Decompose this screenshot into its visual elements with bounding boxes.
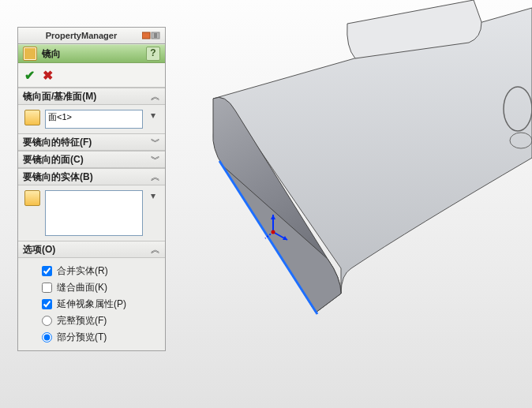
collapse-icon: ︽ bbox=[151, 90, 160, 103]
collapse-icon: ︾ bbox=[151, 136, 160, 149]
body-selector-icon bbox=[24, 190, 40, 206]
propagate-visual-checkbox[interactable] bbox=[42, 299, 52, 309]
panel-title-bar: PropertyManager bbox=[18, 28, 165, 44]
section-mirror-plane: 镜向面/基准面(M) ︽ 面<1> ▾ bbox=[18, 88, 165, 133]
merge-solids-label[interactable]: 合并实体(R) bbox=[57, 264, 108, 278]
section-bodies: 要镜向的实体(B) ︽ ▾ bbox=[18, 168, 165, 241]
section-title: 选项(O) bbox=[23, 243, 151, 256]
svg-rect-9 bbox=[142, 32, 150, 39]
partial-preview-radio[interactable] bbox=[42, 332, 52, 342]
mirror-plane-selection-box[interactable]: 面<1> bbox=[45, 110, 143, 129]
expand-selection-icon[interactable]: ▾ bbox=[151, 190, 159, 201]
section-features: 要镜向的特征(F) ︾ bbox=[18, 133, 165, 151]
section-options: 选项(O) ︽ 合并实体(R) 缝合曲面(K) 延伸视象属性(P) bbox=[18, 241, 165, 350]
section-header-faces[interactable]: 要镜向的面(C) ︾ bbox=[18, 152, 165, 168]
section-faces: 要镜向的面(C) ︾ bbox=[18, 151, 165, 168]
full-preview-label[interactable]: 完整预览(F) bbox=[57, 314, 107, 328]
pin-panel-button[interactable] bbox=[141, 30, 162, 41]
face-selector-icon bbox=[24, 110, 40, 125]
selection-item[interactable]: 面<1> bbox=[48, 112, 72, 122]
section-title: 镜向面/基准面(M) bbox=[23, 90, 151, 103]
knit-surfaces-label[interactable]: 缝合曲面(K) bbox=[57, 281, 107, 294]
section-title: 要镜向的面(C) bbox=[23, 153, 151, 167]
help-button[interactable]: ? bbox=[146, 47, 160, 61]
svg-point-8 bbox=[272, 230, 275, 234]
section-header-features[interactable]: 要镜向的特征(F) ︾ bbox=[18, 134, 165, 151]
expand-selection-icon[interactable]: ▾ bbox=[151, 110, 159, 121]
propagate-visual-label[interactable]: 延伸视象属性(P) bbox=[57, 298, 126, 311]
section-title: 要镜向的实体(B) bbox=[23, 170, 151, 184]
merge-solids-checkbox[interactable] bbox=[42, 266, 52, 276]
feature-header: 镜向 ? bbox=[18, 44, 165, 63]
collapse-icon: ︽ bbox=[151, 170, 160, 184]
collapse-icon: ︾ bbox=[151, 153, 160, 167]
mirror-feature-icon bbox=[23, 47, 37, 61]
bodies-selection-box[interactable] bbox=[45, 190, 143, 236]
property-manager-panel: PropertyManager 镜向 ? ✔ ✖ 镜向面/基准面(M) ︽ bbox=[17, 27, 166, 351]
section-title: 要镜向的特征(F) bbox=[23, 136, 151, 149]
feature-title: 镜向 bbox=[42, 47, 61, 61]
confirm-bar: ✔ ✖ bbox=[18, 63, 165, 88]
panel-title: PropertyManager bbox=[21, 31, 141, 40]
cancel-button[interactable]: ✖ bbox=[43, 68, 53, 83]
section-header-mirror-plane[interactable]: 镜向面/基准面(M) ︽ bbox=[18, 88, 165, 105]
ok-button[interactable]: ✔ bbox=[24, 68, 35, 83]
collapse-icon: ︽ bbox=[151, 243, 160, 256]
knit-surfaces-checkbox[interactable] bbox=[42, 283, 52, 293]
section-header-options[interactable]: 选项(O) ︽ bbox=[18, 241, 165, 258]
full-preview-radio[interactable] bbox=[42, 316, 52, 326]
partial-preview-label[interactable]: 部分预览(T) bbox=[57, 331, 107, 344]
section-header-bodies[interactable]: 要镜向的实体(B) ︽ bbox=[18, 169, 165, 185]
